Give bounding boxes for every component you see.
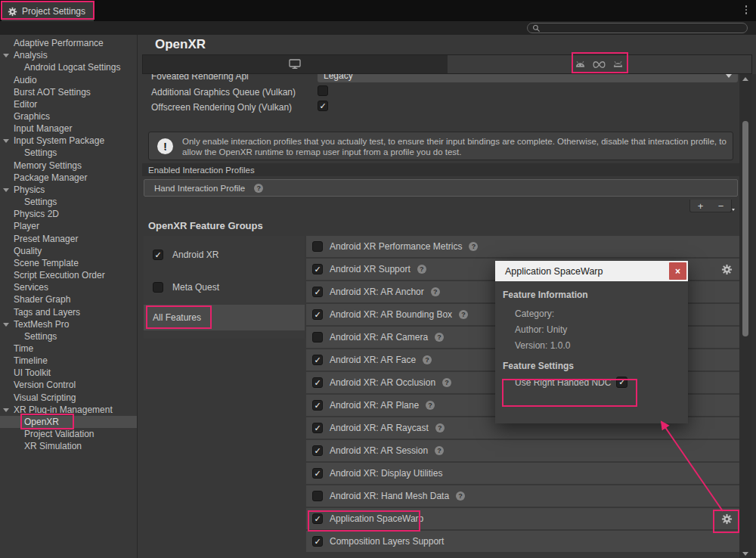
sidebar-item-visual-scripting[interactable]: Visual Scripting <box>0 392 137 404</box>
expander-icon[interactable] <box>3 54 9 57</box>
sidebar-item-settings[interactable]: Settings <box>0 196 137 208</box>
feature-settings-button[interactable] <box>721 264 733 275</box>
checkbox[interactable]: ✓ <box>312 513 323 524</box>
close-button[interactable]: × <box>669 262 686 280</box>
expander-icon[interactable] <box>3 139 9 143</box>
search-box[interactable] <box>527 23 748 33</box>
question-mark-icon[interactable]: ? <box>469 242 478 251</box>
sidebar-item-input-manager[interactable]: Input Manager <box>0 122 137 135</box>
sidebar-item-textmesh-pro[interactable]: TextMesh Pro <box>0 318 137 330</box>
scroll-down-button[interactable] <box>739 549 751 558</box>
remove-profile-button[interactable]: − <box>718 200 724 212</box>
sidebar-item-input-system-package[interactable]: Input System Package <box>0 135 137 147</box>
gear-icon[interactable] <box>721 513 733 525</box>
checkbox[interactable]: ✓ <box>312 355 323 365</box>
question-mark-icon[interactable]: ? <box>431 287 440 296</box>
group-row-meta-quest[interactable]: ✓Meta Quest <box>144 277 305 297</box>
additional-graphics-queue-checkbox[interactable]: ✓ <box>318 85 328 96</box>
gear-icon[interactable] <box>721 264 733 275</box>
chevron-down-icon <box>732 209 735 211</box>
hand-interaction-profile-row[interactable]: Hand Interaction Profile ? <box>144 179 738 197</box>
sidebar-item-package-manager[interactable]: Package Manager <box>0 172 137 184</box>
sidebar-item-android-logcat-settings[interactable]: Android Logcat Settings <box>0 61 137 73</box>
expander-icon[interactable] <box>3 323 9 327</box>
sidebar-item-shader-graph[interactable]: Shader Graph <box>0 293 137 305</box>
sidebar-item-services[interactable]: Services <box>0 281 137 293</box>
sidebar-item-ui-toolkit[interactable]: UI Toolkit <box>0 367 137 379</box>
question-mark-icon[interactable]: ? <box>435 446 444 455</box>
feature-row-composition-layers-support[interactable]: ✓Composition Layers Support <box>306 531 739 552</box>
checkbox[interactable]: ✓ <box>312 491 323 501</box>
sidebar-item-version-control[interactable]: Version Control <box>0 379 137 391</box>
feature-settings-button[interactable] <box>721 513 733 525</box>
tab-android-xr[interactable] <box>448 55 752 73</box>
sidebar-item-audio[interactable]: Audio <box>0 73 137 85</box>
offscreen-rendering-only-checkbox[interactable]: ✓ <box>318 101 328 111</box>
expander-icon[interactable] <box>3 188 9 192</box>
foveated-rendering-api-dropdown[interactable]: Legacy <box>318 74 738 82</box>
sidebar-item-physics[interactable]: Physics <box>0 184 137 196</box>
question-mark-icon[interactable]: ? <box>435 423 445 432</box>
sidebar-item-openxr[interactable]: OpenXR <box>0 416 137 428</box>
question-mark-icon[interactable]: ? <box>426 401 435 410</box>
feature-row-android-xr-performance-metrics[interactable]: ✓Android XR Performance Metrics? <box>306 236 739 257</box>
checkbox[interactable]: ✓ <box>312 309 323 320</box>
sidebar-item-analysis[interactable]: Analysis <box>0 49 137 61</box>
sidebar-item-timeline[interactable]: Timeline <box>0 355 137 367</box>
question-mark-icon[interactable]: ? <box>254 184 263 193</box>
sidebar-item-time[interactable]: Time <box>0 343 137 355</box>
group-row-android-xr[interactable]: ✓Android XR <box>144 245 305 265</box>
tab-desktop[interactable] <box>143 55 448 73</box>
question-mark-icon[interactable]: ? <box>442 378 451 387</box>
checkbox[interactable]: ✓ <box>312 445 323 456</box>
question-mark-icon[interactable]: ? <box>423 355 432 364</box>
question-mark-icon[interactable]: ? <box>456 491 465 501</box>
sidebar-item-preset-manager[interactable]: Preset Manager <box>0 233 137 245</box>
sidebar-item-scene-template[interactable]: Scene Template <box>0 257 137 269</box>
sidebar-item-editor[interactable]: Editor <box>0 98 137 110</box>
sidebar-item-settings[interactable]: Settings <box>0 330 137 343</box>
sidebar-item-burst-aot-settings[interactable]: Burst AOT Settings <box>0 86 137 98</box>
search-input[interactable] <box>544 24 742 33</box>
use-right-handed-ndc-checkbox[interactable]: ✓ <box>616 377 627 388</box>
checkbox[interactable]: ✓ <box>312 423 323 433</box>
sidebar-item-physics-2d[interactable]: Physics 2D <box>0 208 137 220</box>
checkbox[interactable]: ✓ <box>153 282 163 293</box>
feature-row-android-xr-hand-mesh-data[interactable]: ✓Android XR: Hand Mesh Data? <box>306 485 739 507</box>
question-mark-icon[interactable]: ? <box>459 310 468 319</box>
scrollbar-thumb[interactable] <box>742 121 748 336</box>
expander-icon[interactable] <box>3 408 9 412</box>
kebab-menu-icon[interactable] <box>745 5 748 14</box>
feature-row-android-xr-ar-session[interactable]: ✓Android XR: AR Session? <box>306 440 739 461</box>
scrollbar[interactable] <box>739 74 751 558</box>
sidebar-item-graphics[interactable]: Graphics <box>0 110 137 122</box>
sidebar-item-adaptive-performance[interactable]: Adaptive Performance <box>0 37 137 49</box>
checkbox[interactable]: ✓ <box>312 241 323 252</box>
sidebar-item-memory-settings[interactable]: Memory Settings <box>0 160 137 172</box>
sidebar-item-xr-plug-in-management[interactable]: XR Plug-in Management <box>0 404 137 416</box>
checkbox[interactable]: ✓ <box>312 468 323 479</box>
checkbox[interactable]: ✓ <box>312 332 323 343</box>
feature-row-android-xr-display-utilities[interactable]: ✓Android XR: Display Utilities <box>306 463 739 484</box>
sidebar-item-quality[interactable]: Quality <box>0 245 137 257</box>
all-features-item[interactable]: All Features <box>144 305 305 330</box>
scroll-up-button[interactable] <box>739 74 751 83</box>
add-profile-button[interactable]: + <box>698 200 704 212</box>
checkbox[interactable]: ✓ <box>312 536 323 547</box>
sidebar-item-script-execution-order[interactable]: Script Execution Order <box>0 269 137 281</box>
checkbox[interactable]: ✓ <box>312 287 323 297</box>
sidebar-item-xr-simulation[interactable]: XR Simulation <box>0 440 137 452</box>
sidebar-item-settings[interactable]: Settings <box>0 147 137 159</box>
sidebar-item-label: Input Manager <box>0 123 72 134</box>
feature-row-application-spacewarp[interactable]: ✓Application SpaceWarp <box>306 508 739 529</box>
question-mark-icon[interactable]: ? <box>417 265 426 274</box>
sidebar-item-tags-and-layers[interactable]: Tags and Layers <box>0 305 137 318</box>
checkbox[interactable]: ✓ <box>312 377 323 388</box>
sidebar-item-project-validation[interactable]: Project Validation <box>0 428 137 440</box>
project-settings-tab[interactable]: Project Settings <box>2 2 94 21</box>
question-mark-icon[interactable]: ? <box>435 333 444 342</box>
sidebar-item-player[interactable]: Player <box>0 220 137 232</box>
checkbox[interactable]: ✓ <box>312 264 323 274</box>
checkbox[interactable]: ✓ <box>312 400 323 411</box>
checkbox[interactable]: ✓ <box>153 250 163 260</box>
